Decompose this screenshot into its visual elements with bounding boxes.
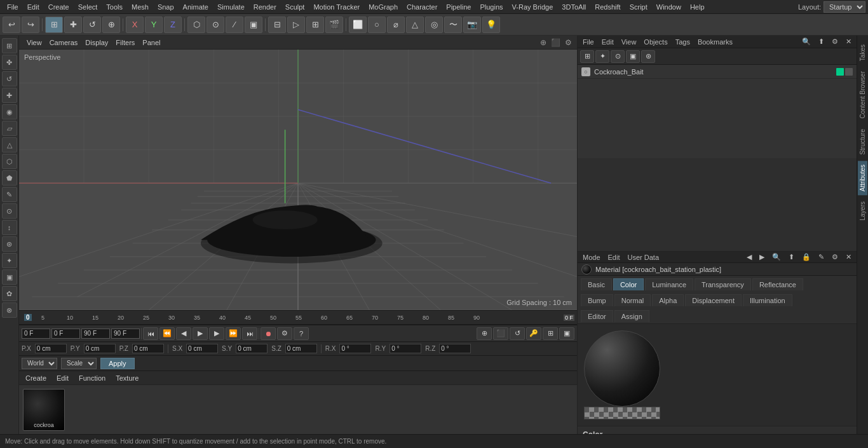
mat-tab-alpha[interactable]: Alpha xyxy=(652,294,684,306)
obj-tool-3[interactable]: ⊙ xyxy=(611,50,625,63)
poly-mode-button[interactable]: ▣ xyxy=(245,17,262,33)
vtab-takes[interactable]: Takes xyxy=(858,41,867,65)
coord-z-button[interactable]: Z xyxy=(164,17,182,33)
left-tool-11[interactable]: ⊙ xyxy=(2,203,17,219)
obj-menu-view[interactable]: View xyxy=(619,38,639,46)
rotate-tool-button[interactable]: ⊕ xyxy=(102,17,120,33)
mat-tab-luminance[interactable]: Luminance xyxy=(645,278,693,290)
coord-rx-input[interactable] xyxy=(339,344,371,353)
redo-button[interactable]: ↪ xyxy=(22,17,39,33)
obj-menu-tags[interactable]: Tags xyxy=(673,38,693,46)
scale-tool-button[interactable]: ↺ xyxy=(83,17,101,33)
menu-window[interactable]: Window xyxy=(652,2,686,12)
key-button[interactable]: 🔑 xyxy=(526,327,541,340)
next-frame-button[interactable]: ⏩ xyxy=(226,327,241,340)
menu-animate[interactable]: Animate xyxy=(179,2,213,12)
left-tool-4[interactable]: ✚ xyxy=(2,88,17,103)
3d-viewport[interactable]: X Y Z Perspective Grid Spacing : 10 cm xyxy=(19,50,577,310)
mat-tab-basic[interactable]: Basic xyxy=(581,278,612,290)
prev-key-button[interactable]: ◀ xyxy=(176,327,191,340)
preview-button[interactable]: ▣ xyxy=(559,327,574,340)
obj-search-icon[interactable]: 🔍 xyxy=(799,37,813,46)
attr-nav-left[interactable]: ◀ xyxy=(744,253,754,261)
left-tool-12[interactable]: ↕ xyxy=(2,220,17,235)
menu-render[interactable]: Render xyxy=(249,2,281,12)
undo-button[interactable]: ↩ xyxy=(3,17,20,33)
picture-viewer-button[interactable]: 🎬 xyxy=(325,17,343,33)
obj-tool-4[interactable]: ▣ xyxy=(626,50,640,63)
render-view-button[interactable]: ▷ xyxy=(287,17,305,33)
obj-settings-icon[interactable]: ⚙ xyxy=(829,37,841,46)
left-tool-6[interactable]: ▱ xyxy=(2,121,17,136)
left-tool-9[interactable]: ⬟ xyxy=(2,170,17,186)
menu-sculpt[interactable]: Sculpt xyxy=(281,2,309,12)
attr-up-icon[interactable]: ⬆ xyxy=(786,253,797,261)
mat-tab-normal[interactable]: Normal xyxy=(614,294,651,306)
menu-help[interactable]: Help xyxy=(686,2,709,12)
select-tool-button[interactable]: ⊞ xyxy=(45,17,63,33)
goto-end-button[interactable]: ⏭ xyxy=(242,327,257,340)
vtab-layers[interactable]: Layers xyxy=(858,198,867,224)
left-tool-2[interactable]: ✤ xyxy=(2,55,17,70)
obj-menu-file[interactable]: File xyxy=(580,38,597,46)
left-tool-5[interactable]: ◉ xyxy=(2,104,17,119)
menu-create[interactable]: Create xyxy=(44,2,74,12)
obj-tool-5[interactable]: ⊛ xyxy=(641,50,655,63)
light-tool-button[interactable]: 💡 xyxy=(482,17,500,33)
obj-nav-icon[interactable]: ⬆ xyxy=(816,37,827,46)
viewport-menu-panel[interactable]: Panel xyxy=(139,37,164,48)
mat-tab-illumination[interactable]: Illumination xyxy=(743,294,792,306)
mat-tab-reflectance[interactable]: Reflectance xyxy=(752,278,803,290)
torus-tool-button[interactable]: ◎ xyxy=(425,17,443,33)
record-button[interactable]: ⏺ xyxy=(261,327,276,340)
motion-button[interactable]: ⊕ xyxy=(477,327,492,340)
attr-menu-edit[interactable]: Edit xyxy=(606,254,623,261)
out-frame-input[interactable] xyxy=(111,329,140,339)
cone-tool-button[interactable]: △ xyxy=(406,17,424,33)
mat-menu-function[interactable]: Function xyxy=(75,373,109,383)
mat-menu-texture[interactable]: Texture xyxy=(112,373,142,383)
mat-menu-create[interactable]: Create xyxy=(22,373,50,383)
end-frame-input[interactable] xyxy=(81,329,110,339)
attr-lock-icon[interactable]: 🔒 xyxy=(799,253,813,261)
viewport-menu-filters[interactable]: Filters xyxy=(112,37,139,48)
attr-settings-icon[interactable]: ⚙ xyxy=(829,253,841,261)
mat-tab-displacement[interactable]: Displacement xyxy=(685,294,742,306)
menu-file[interactable]: File xyxy=(3,2,23,12)
mat-tab-editor[interactable]: Editor xyxy=(581,310,613,322)
attr-edit-icon[interactable]: ✎ xyxy=(816,253,827,261)
mat-tab-assign[interactable]: Assign xyxy=(614,310,649,322)
coord-sx-input[interactable] xyxy=(186,344,218,353)
material-thumbnail[interactable]: cockroa xyxy=(23,389,65,431)
object-row-cockroach[interactable]: ○ Cockroach_Bait xyxy=(578,65,857,79)
sphere-tool-button[interactable]: ○ xyxy=(368,17,386,33)
cylinder-tool-button[interactable]: ⌀ xyxy=(387,17,405,33)
menu-mesh[interactable]: Mesh xyxy=(127,2,153,12)
point-mode-button[interactable]: ⊙ xyxy=(207,17,224,33)
apply-button[interactable]: Apply xyxy=(100,358,135,369)
autokey-button[interactable]: ⚙ xyxy=(277,327,292,340)
coord-rz-input[interactable] xyxy=(439,344,471,353)
left-tool-1[interactable]: ⊞ xyxy=(2,38,17,53)
menu-select[interactable]: Select xyxy=(74,2,102,12)
left-tool-7[interactable]: △ xyxy=(2,137,17,153)
edge-mode-button[interactable]: ∕ xyxy=(226,17,243,33)
object-mode-button[interactable]: ⬡ xyxy=(187,17,205,33)
vtab-structure[interactable]: Structure xyxy=(858,125,867,159)
timeline-ruler[interactable]: 0 5 10 15 20 25 30 35 40 45 50 55 60 65 … xyxy=(19,311,577,325)
menu-snap[interactable]: Snap xyxy=(153,2,179,12)
world-dropdown[interactable]: World xyxy=(22,358,57,369)
mat-tab-color[interactable]: Color xyxy=(613,278,644,290)
current-frame-input[interactable] xyxy=(51,329,80,339)
attr-menu-userdata[interactable]: User Data xyxy=(625,254,662,261)
region-button[interactable]: ⬛ xyxy=(493,327,508,340)
coord-sz-input[interactable] xyxy=(285,344,317,353)
left-tool-13[interactable]: ⊛ xyxy=(2,236,17,252)
viewport-menu-view[interactable]: View xyxy=(23,37,46,48)
left-tool-14[interactable]: ✦ xyxy=(2,253,17,268)
grid-button[interactable]: ⊞ xyxy=(543,327,558,340)
coord-ry-input[interactable] xyxy=(390,344,421,353)
camera-tool-button[interactable]: 📷 xyxy=(463,17,481,33)
obj-menu-edit[interactable]: Edit xyxy=(599,38,616,46)
menu-motion-tracker[interactable]: Motion Tracker xyxy=(309,2,364,12)
